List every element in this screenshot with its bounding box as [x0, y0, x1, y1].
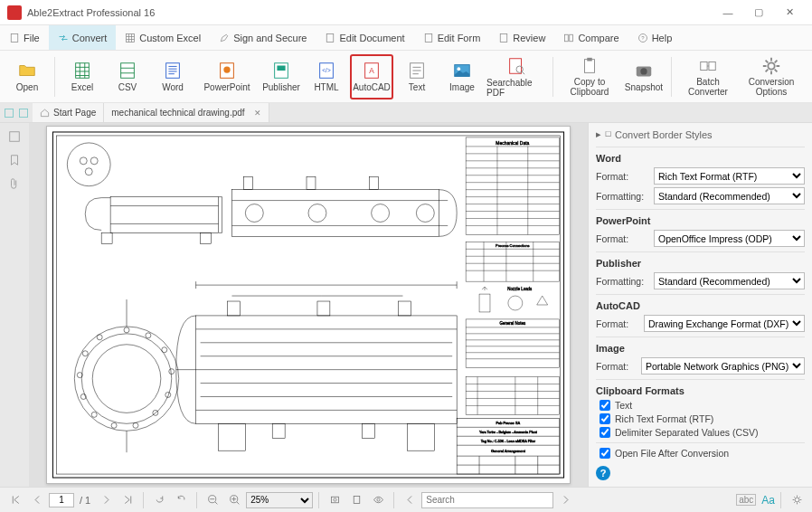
menu-compare[interactable]: Compare: [554, 25, 628, 50]
word-format-select[interactable]: Rich Text Format (RTF): [654, 167, 805, 185]
maximize-button[interactable]: ▢: [743, 3, 774, 23]
open-after-check[interactable]: [600, 448, 610, 459]
svg-rect-81: [272, 423, 285, 438]
svg-rect-25: [585, 60, 595, 73]
canvas[interactable]: Mechanical Data Process Connections: [29, 123, 588, 487]
menu-review[interactable]: Review: [489, 25, 554, 50]
zoom-out-button[interactable]: [203, 491, 222, 509]
first-page-button[interactable]: [5, 491, 25, 509]
svg-text:Nozzle Loads: Nozzle Loads: [507, 287, 533, 291]
snapshot-button[interactable]: Snapshot: [622, 54, 666, 100]
svg-point-50: [416, 204, 434, 223]
csv-button[interactable]: CSV: [106, 54, 149, 100]
svg-rect-149: [331, 497, 338, 503]
zoom-select[interactable]: 25%: [246, 492, 313, 508]
titlebar: Able2Extract Professional 16 — ▢ ✕: [0, 0, 812, 25]
excel-button[interactable]: Excel: [61, 54, 104, 100]
publisher-button[interactable]: Publisher: [260, 54, 303, 100]
text-button[interactable]: Text: [395, 54, 439, 100]
clip-csv-check[interactable]: [600, 427, 610, 438]
text-icon: [407, 61, 427, 81]
last-page-button[interactable]: [118, 491, 137, 509]
workspace: Mechanical Data Process Connections: [0, 123, 812, 487]
svg-point-38: [85, 168, 92, 175]
ppt-format-select[interactable]: OpenOffice Impress (ODP): [654, 230, 805, 247]
search-input[interactable]: [421, 492, 553, 508]
file-icon: [9, 33, 20, 43]
img-format-select[interactable]: Portable Network Graphics (PNG): [641, 357, 805, 375]
tab-start-page[interactable]: Start Page: [33, 103, 104, 122]
svg-text:?: ?: [641, 35, 645, 41]
bookmarks-icon[interactable]: [8, 154, 21, 166]
acad-group-title: AutoCAD: [596, 300, 805, 311]
word-icon: [163, 61, 183, 81]
thumbnails-icon[interactable]: [8, 130, 21, 143]
left-rail: [0, 123, 29, 487]
prev-page-button[interactable]: [27, 491, 47, 509]
word-formatting-select[interactable]: Standard (Recommended): [654, 187, 805, 204]
html-button[interactable]: </>HTML: [305, 54, 348, 100]
eye-button[interactable]: [368, 491, 388, 509]
conversion-options-button[interactable]: Conversion Options: [741, 54, 802, 100]
help-bubble-icon[interactable]: ?: [596, 466, 610, 480]
image-icon: [452, 61, 472, 81]
menu-file[interactable]: File: [0, 25, 49, 50]
brightness-button[interactable]: [787, 491, 807, 509]
svg-point-36: [80, 157, 87, 165]
menu-help[interactable]: ?Help: [628, 25, 682, 50]
svg-point-65: [91, 412, 97, 417]
svg-point-37: [90, 157, 98, 165]
fit-width-button[interactable]: [325, 491, 345, 509]
view-mode-icons[interactable]: [0, 103, 33, 122]
collapsed-group[interactable]: ▸☐Convert Border Styles: [596, 127, 805, 142]
minimize-button[interactable]: —: [713, 3, 743, 23]
svg-rect-33: [52, 132, 563, 478]
powerpoint-button[interactable]: PowerPoint: [196, 54, 258, 100]
copy-clipboard-button[interactable]: Copy to Clipboard: [559, 54, 620, 100]
convert-icon: [58, 33, 69, 43]
svg-point-56: [92, 345, 161, 413]
autocad-icon: A: [362, 61, 382, 81]
camera-icon: [634, 61, 654, 81]
close-button[interactable]: ✕: [774, 3, 805, 23]
menu-sign-secure[interactable]: Sign and Secure: [210, 25, 316, 50]
abc-toggle[interactable]: abc: [736, 494, 756, 506]
menu-convert[interactable]: Convert: [49, 25, 117, 50]
clip-rtf-check[interactable]: [600, 413, 610, 424]
svg-point-35: [67, 143, 110, 186]
svg-text:Yara Tertre - Belgium - Ammoni: Yara Tertre - Belgium - Ammonia Plant: [479, 431, 538, 434]
match-case-toggle[interactable]: Aa: [761, 494, 775, 507]
search-next-button[interactable]: [555, 491, 575, 509]
search-prev-button[interactable]: [400, 491, 420, 509]
rotate-ccw-button[interactable]: [149, 491, 169, 509]
searchable-pdf-button[interactable]: Searchable PDF: [486, 54, 547, 100]
rotate-cw-button[interactable]: [171, 491, 191, 509]
home-icon: [40, 108, 50, 118]
autocad-button[interactable]: AAutoCAD: [350, 54, 393, 100]
fit-page-button[interactable]: [346, 491, 366, 509]
chevron-right-icon: ▸: [596, 128, 601, 140]
acad-format-select[interactable]: Drawing Exchange Format (DXF): [644, 315, 805, 332]
attachments-icon[interactable]: [8, 177, 21, 190]
menu-edit-form[interactable]: Edit Form: [414, 25, 490, 50]
svg-point-57: [124, 327, 129, 333]
clip-text-check[interactable]: [600, 400, 610, 411]
close-tab-icon[interactable]: ✕: [254, 109, 261, 118]
svg-point-64: [111, 422, 117, 428]
menu-edit-document[interactable]: Edit Document: [316, 25, 413, 50]
menu-custom-excel[interactable]: Custom Excel: [116, 25, 210, 50]
tab-document[interactable]: mechanical technical drawing.pdf✕: [104, 103, 269, 122]
next-page-button[interactable]: [96, 491, 116, 509]
batch-icon: [698, 56, 718, 76]
image-button[interactable]: Image: [440, 54, 484, 100]
review-icon: [498, 33, 509, 43]
svg-rect-84: [407, 423, 434, 450]
zoom-in-button[interactable]: [224, 491, 244, 509]
svg-point-152: [377, 498, 380, 501]
page-number-input[interactable]: [49, 493, 74, 507]
pub-formatting-select[interactable]: Standard (Recommended): [654, 272, 805, 289]
word-button[interactable]: Word: [151, 54, 194, 100]
batch-converter-button[interactable]: Batch Converter: [677, 54, 739, 100]
open-button[interactable]: Open: [5, 54, 49, 100]
svg-rect-32: [10, 132, 20, 142]
